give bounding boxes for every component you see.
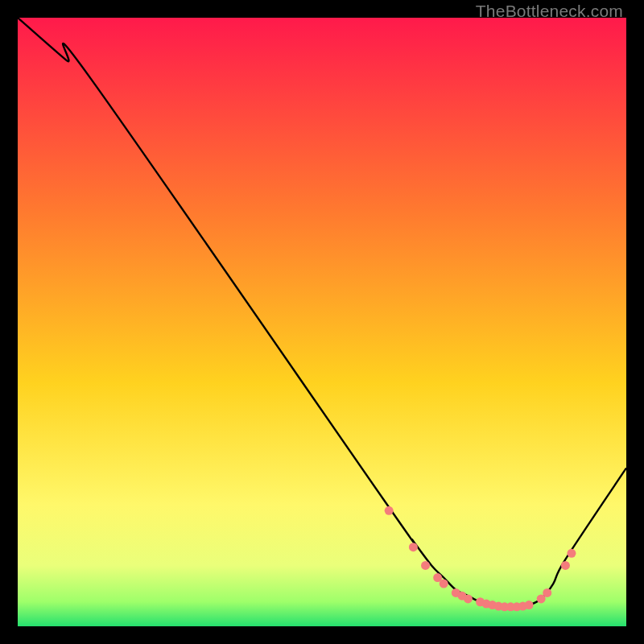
marker-dot	[543, 588, 551, 597]
marker-dot	[421, 561, 430, 570]
watermark-text: TheBottleneck.com	[476, 2, 623, 21]
marker-dot	[525, 601, 534, 609]
chart-canvas	[18, 18, 626, 626]
marker-dot	[409, 543, 418, 551]
marker-dot	[561, 561, 570, 570]
gradient-background	[18, 18, 626, 626]
marker-dot	[464, 594, 473, 603]
marker-dot	[440, 580, 448, 588]
marker-dot	[385, 506, 394, 515]
marker-dot	[567, 549, 576, 558]
